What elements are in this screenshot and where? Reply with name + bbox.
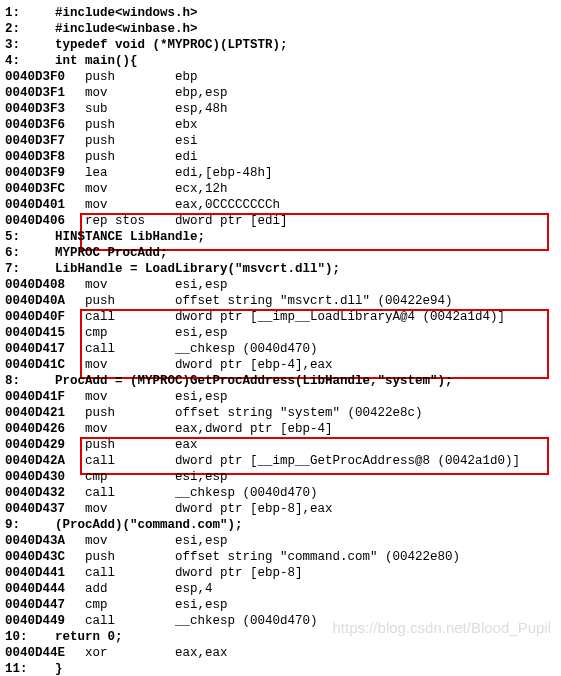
asm-line: 0040D421pushoffset string "system" (0042… [5,405,556,421]
asm-line: 0040D44Exoreax,eax [5,645,556,661]
watermark: https://blog.csdn.net/Blood_Pupil [333,620,551,636]
operand: esp,4 [175,582,213,596]
source-line-5: 5:HINSTANCE LibHandle; [5,229,556,245]
src-text: MYPROC ProcAdd; [55,246,168,260]
mnemonic: push [85,405,175,421]
asm-line: 0040D3F6pushebx [5,117,556,133]
asm-line: 0040D41Fmovesi,esp [5,389,556,405]
asm-line: 0040D417call__chkesp (0040d470) [5,341,556,357]
src-text: LibHandle = LoadLibrary("msvcrt.dll"); [55,262,340,276]
source-line-2: 2:#include<winbase.h> [5,21,556,37]
asm-line: 0040D430cmpesi,esp [5,469,556,485]
asm-line: 0040D429pusheax [5,437,556,453]
operand: eax,dword ptr [ebp-4] [175,422,333,436]
operand: ebx [175,118,198,132]
addr: 0040D41F [5,389,85,405]
asm-line: 0040D43Cpushoffset string "command.com" … [5,549,556,565]
addr: 0040D430 [5,469,85,485]
mnemonic: cmp [85,469,175,485]
src-num: 8: [5,373,55,389]
src-text: (ProcAdd)("command.com"); [55,518,243,532]
addr: 0040D437 [5,501,85,517]
addr: 0040D429 [5,437,85,453]
src-text: } [55,662,63,676]
mnemonic: call [85,309,175,325]
operand: dword ptr [__imp__GetProcAddress@8 (0042… [175,454,520,468]
mnemonic: mov [85,421,175,437]
mnemonic: lea [85,165,175,181]
addr: 0040D3F0 [5,69,85,85]
src-text: typedef void (*MYPROC)(LPTSTR); [55,38,288,52]
operand: esi,esp [175,278,228,292]
operand: dword ptr [edi] [175,214,288,228]
asm-line: 0040D3FCmovecx,12h [5,181,556,197]
mnemonic: call [85,341,175,357]
mnemonic: mov [85,533,175,549]
asm-line: 0040D444addesp,4 [5,581,556,597]
addr: 0040D44E [5,645,85,661]
src-num: 4: [5,53,55,69]
mnemonic: xor [85,645,175,661]
addr: 0040D42A [5,453,85,469]
mnemonic: push [85,293,175,309]
addr: 0040D3F6 [5,117,85,133]
asm-line: 0040D42Acalldword ptr [__imp__GetProcAdd… [5,453,556,469]
mnemonic: push [85,69,175,85]
asm-line: 0040D408movesi,esp [5,277,556,293]
asm-line: 0040D40Apushoffset string "msvcrt.dll" (… [5,293,556,309]
asm-line: 0040D3F9leaedi,[ebp-48h] [5,165,556,181]
operand: eax,0CCCCCCCCh [175,198,280,212]
mnemonic: mov [85,85,175,101]
operand: edi [175,150,198,164]
mnemonic: call [85,453,175,469]
addr: 0040D444 [5,581,85,597]
mnemonic: push [85,149,175,165]
addr: 0040D3F7 [5,133,85,149]
source-line-8: 8:ProcAdd = (MYPROC)GetProcAddress(LibHa… [5,373,556,389]
operand: esi,esp [175,390,228,404]
mnemonic: cmp [85,597,175,613]
operand: offset string "command.com" (00422e80) [175,550,460,564]
asm-line: 0040D401moveax,0CCCCCCCCh [5,197,556,213]
src-num: 2: [5,21,55,37]
mnemonic: mov [85,277,175,293]
operand: dword ptr [ebp-4],eax [175,358,333,372]
addr: 0040D3F8 [5,149,85,165]
asm-line: 0040D441calldword ptr [ebp-8] [5,565,556,581]
source-line-6: 6:MYPROC ProcAdd; [5,245,556,261]
src-text: int main(){ [55,54,138,68]
src-num: 3: [5,37,55,53]
mnemonic: mov [85,357,175,373]
addr: 0040D40F [5,309,85,325]
addr: 0040D40A [5,293,85,309]
asm-line: 0040D447cmpesi,esp [5,597,556,613]
mnemonic: mov [85,389,175,405]
addr: 0040D43C [5,549,85,565]
operand: esi,esp [175,598,228,612]
operand: esi,esp [175,470,228,484]
mnemonic: mov [85,197,175,213]
source-line-3: 3:typedef void (*MYPROC)(LPTSTR); [5,37,556,53]
src-num: 9: [5,517,55,533]
mnemonic: call [85,565,175,581]
src-text: ProcAdd = (MYPROC)GetProcAddress(LibHand… [55,374,453,388]
operand: esi,esp [175,326,228,340]
src-num: 11: [5,661,55,676]
mnemonic: push [85,117,175,133]
asm-line: 0040D3F0pushebp [5,69,556,85]
addr: 0040D41C [5,357,85,373]
operand: ebp,esp [175,86,228,100]
asm-line: 0040D432call__chkesp (0040d470) [5,485,556,501]
mnemonic: sub [85,101,175,117]
addr: 0040D441 [5,565,85,581]
addr: 0040D449 [5,613,85,629]
src-num: 6: [5,245,55,261]
addr: 0040D43A [5,533,85,549]
src-text: return 0; [55,630,123,644]
addr: 0040D417 [5,341,85,357]
src-num: 7: [5,261,55,277]
operand: eax,eax [175,646,228,660]
addr: 0040D3F1 [5,85,85,101]
operand: esi,esp [175,534,228,548]
operand: ecx,12h [175,182,228,196]
